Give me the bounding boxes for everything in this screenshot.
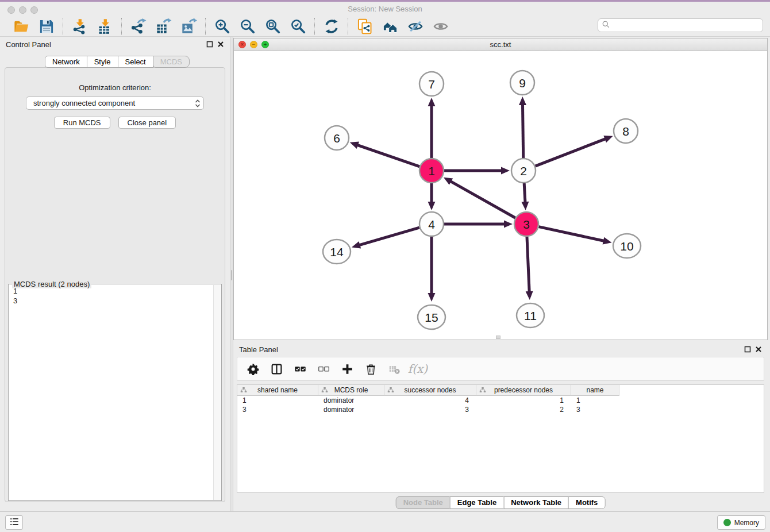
cell-successor-nodes[interactable]: 4 bbox=[384, 396, 476, 405]
cell-name[interactable]: 3 bbox=[571, 405, 619, 414]
graph-edge-1-6[interactable] bbox=[350, 142, 420, 167]
graph-node-8[interactable]: 8 bbox=[614, 119, 638, 143]
canvas-scroll-grip[interactable] bbox=[496, 336, 500, 339]
network-close-button[interactable]: × bbox=[238, 41, 246, 48]
refresh-layout-icon[interactable] bbox=[323, 18, 340, 34]
delete-row-icon[interactable] bbox=[364, 363, 377, 375]
search-box[interactable] bbox=[598, 18, 763, 32]
table-row[interactable]: 3dominator323 bbox=[237, 405, 764, 414]
graph-edge-1-7[interactable] bbox=[428, 98, 436, 158]
graph-node-6[interactable]: 6 bbox=[325, 126, 349, 150]
mcds-result-scrollbar[interactable] bbox=[213, 285, 221, 500]
close-panel-icon[interactable] bbox=[217, 41, 224, 48]
memory-button[interactable]: Memory bbox=[717, 515, 765, 530]
open-file-icon[interactable] bbox=[13, 18, 29, 34]
import-table-icon[interactable] bbox=[97, 18, 113, 34]
table-tab-motifs[interactable]: Motifs bbox=[568, 496, 605, 509]
graph-edge-2-8[interactable] bbox=[536, 136, 613, 166]
graph-edge-3-11[interactable] bbox=[526, 237, 533, 300]
table-row[interactable]: 1dominator411 bbox=[237, 396, 764, 405]
search-input[interactable] bbox=[610, 20, 763, 31]
cell-shared-name[interactable]: 1 bbox=[237, 396, 318, 405]
panel-menu-button[interactable] bbox=[5, 515, 23, 530]
deselect-all-icon[interactable] bbox=[317, 363, 330, 375]
float-panel-icon[interactable] bbox=[744, 346, 751, 353]
column-header-predecessor-nodes[interactable]: predecessor nodes bbox=[476, 385, 571, 396]
tab-network[interactable]: Network bbox=[45, 56, 87, 68]
cell-name[interactable]: 1 bbox=[571, 396, 619, 405]
home-icon[interactable] bbox=[382, 18, 398, 34]
column-header-successor-nodes[interactable]: successor nodes bbox=[384, 385, 476, 396]
svg-text:8: 8 bbox=[622, 125, 629, 138]
graph-edge-3-10[interactable] bbox=[538, 227, 611, 245]
hide-selected-icon[interactable] bbox=[407, 18, 424, 34]
show-columns-icon[interactable] bbox=[270, 363, 283, 375]
minimize-window-button[interactable] bbox=[19, 6, 26, 14]
graph-edge-4-14[interactable] bbox=[352, 228, 419, 248]
close-window-button[interactable] bbox=[7, 6, 15, 14]
export-image-icon[interactable] bbox=[180, 18, 197, 34]
graph-edge-4-3[interactable] bbox=[444, 221, 513, 228]
zoom-out-icon[interactable] bbox=[239, 18, 256, 34]
table-tab-network-table[interactable]: Network Table bbox=[503, 496, 569, 509]
tab-style[interactable]: Style bbox=[87, 56, 118, 68]
graph-node-14[interactable]: 14 bbox=[323, 240, 351, 264]
cell-mcds-role[interactable]: dominator bbox=[318, 405, 384, 414]
table-settings-icon[interactable] bbox=[247, 363, 259, 375]
cell-successor-nodes[interactable]: 3 bbox=[384, 405, 476, 414]
column-header-mcds-role[interactable]: MCDS role bbox=[318, 385, 384, 396]
network-graph[interactable]: 7968124314101511 bbox=[234, 51, 767, 340]
divider-grip[interactable] bbox=[231, 270, 232, 280]
float-panel-icon[interactable] bbox=[206, 41, 213, 48]
zoom-in-icon[interactable] bbox=[214, 18, 230, 34]
export-table-icon[interactable] bbox=[155, 18, 172, 34]
zoom-fit-icon[interactable] bbox=[264, 18, 281, 34]
graph-node-2[interactable]: 2 bbox=[511, 159, 536, 183]
graph-node-7[interactable]: 7 bbox=[419, 72, 444, 96]
cell-predecessor-nodes[interactable]: 2 bbox=[476, 405, 571, 414]
tab-select[interactable]: Select bbox=[118, 56, 153, 68]
graph-edge-1-4[interactable] bbox=[428, 183, 436, 210]
network-minimize-button[interactable]: − bbox=[250, 41, 257, 48]
column-header-shared-name[interactable]: shared name bbox=[237, 385, 318, 396]
network-window-titlebar[interactable]: × − + scc.txt bbox=[234, 38, 767, 51]
cell-predecessor-nodes[interactable]: 1 bbox=[476, 396, 571, 405]
network-zoom-button[interactable]: + bbox=[261, 41, 269, 48]
show-all-icon[interactable] bbox=[432, 18, 449, 34]
table-tab-node-table[interactable]: Node Table bbox=[396, 496, 451, 509]
graph-node-4[interactable]: 4 bbox=[419, 212, 444, 236]
graph-node-9[interactable]: 9 bbox=[510, 71, 534, 95]
cell-shared-name[interactable]: 3 bbox=[237, 405, 318, 414]
run-mcds-button[interactable]: Run MCDS bbox=[54, 117, 110, 129]
table-tab-edge-table[interactable]: Edge Table bbox=[450, 496, 504, 509]
cell-mcds-role[interactable]: dominator bbox=[318, 396, 384, 405]
column-label: successor nodes bbox=[384, 386, 476, 394]
graph-edge-3-1[interactable] bbox=[444, 178, 515, 218]
save-session-icon[interactable] bbox=[38, 18, 55, 34]
graph-edge-4-15[interactable] bbox=[428, 237, 436, 302]
optimization-criterion-select[interactable]: strongly connected component bbox=[26, 97, 204, 110]
select-all-icon[interactable] bbox=[294, 363, 306, 375]
tab-mcds[interactable]: MCDS bbox=[153, 56, 190, 68]
add-row-icon[interactable] bbox=[341, 363, 353, 375]
zoom-selected-icon[interactable] bbox=[290, 18, 306, 34]
network-canvas[interactable]: 7968124314101511 bbox=[234, 51, 767, 340]
clone-network-icon[interactable] bbox=[356, 18, 373, 34]
column-label: MCDS role bbox=[318, 386, 384, 394]
main-titlebar: Session: New Session bbox=[0, 2, 770, 16]
import-network-icon[interactable] bbox=[71, 18, 88, 34]
close-panel-icon[interactable] bbox=[755, 346, 762, 353]
column-header-name[interactable]: name bbox=[571, 385, 619, 396]
graph-edge-2-9[interactable] bbox=[519, 97, 526, 158]
zoom-window-button[interactable] bbox=[30, 6, 38, 14]
graph-node-10[interactable]: 10 bbox=[613, 234, 641, 258]
graph-edge-2-3[interactable] bbox=[521, 183, 529, 210]
graph-node-1[interactable]: 1 bbox=[419, 159, 444, 183]
graph-node-15[interactable]: 15 bbox=[418, 305, 445, 329]
export-network-icon[interactable] bbox=[130, 18, 147, 34]
close-panel-button[interactable]: Close panel bbox=[118, 117, 176, 129]
graph-node-3[interactable]: 3 bbox=[514, 212, 538, 236]
graph-edge-1-2[interactable] bbox=[444, 167, 510, 175]
graph-node-11[interactable]: 11 bbox=[517, 303, 544, 327]
svg-text:6: 6 bbox=[333, 132, 340, 145]
